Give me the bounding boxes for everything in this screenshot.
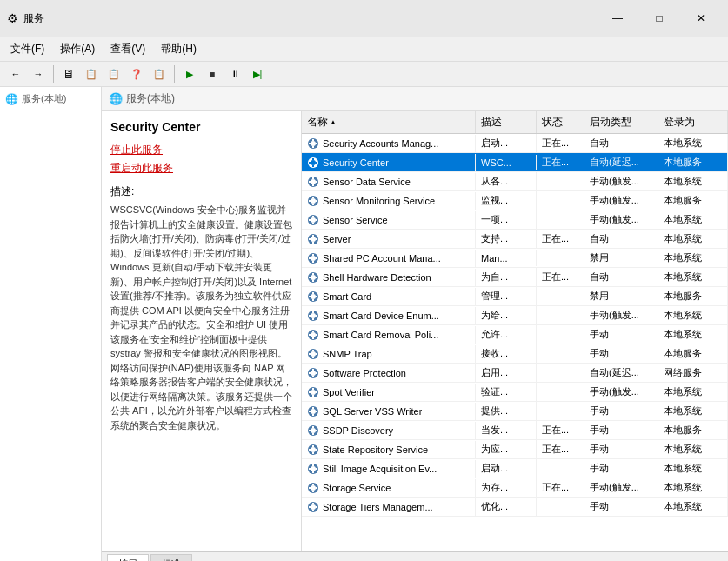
svg-rect-34 [309, 238, 311, 240]
table-row[interactable]: Storage Tiers Managem... 优化... 手动 本地系统 [302, 498, 728, 517]
service-startup-cell: 手动 [584, 402, 658, 420]
svg-point-49 [311, 294, 316, 299]
service-icon [307, 329, 319, 341]
service-status-cell: 正在... [537, 478, 584, 497]
col-header-login[interactable]: 登录为 [658, 111, 728, 133]
svg-point-79 [311, 390, 316, 395]
service-login-cell: 本地系统 [658, 402, 728, 420]
table-row[interactable]: Storage Service 为存... 正在... 手动(触发... 本地系… [302, 478, 728, 498]
table-row[interactable]: Still Image Acquisition Ev... 启动... 手动 本… [302, 459, 728, 478]
sort-arrow-icon: ▲ [330, 118, 337, 126]
table-row[interactable]: Server 支持... 正在... 自动 本地系统 [302, 230, 728, 249]
service-icon [307, 424, 319, 437]
stop-button[interactable]: ■ [202, 64, 223, 83]
table-row[interactable]: Sensor Data Service 从各... 手动(触发... 本地系统 [302, 172, 728, 191]
table-row[interactable]: State Repository Service 为应... 正在... 手动 … [302, 440, 728, 459]
minimize-button[interactable]: — [598, 5, 638, 31]
toolbar-btn-help[interactable]: ❓ [126, 64, 147, 83]
menu-action[interactable]: 操作(A) [53, 39, 102, 59]
service-startup-cell: 自动 [584, 134, 658, 152]
stop-service-link[interactable]: 停止此服务 [110, 143, 292, 157]
toolbar-btn-3[interactable]: 📋 [104, 64, 124, 83]
service-status-cell: 正在... [537, 440, 584, 458]
col-header-status[interactable]: 状态 [537, 111, 584, 133]
table-row[interactable]: Smart Card Device Enum... 为给... 手动(触发...… [302, 306, 728, 325]
service-name-cell: Still Image Acquisition Ev... [302, 460, 476, 478]
table-row[interactable]: SNMP Trap 接收... 手动 本地服务 [302, 344, 728, 364]
svg-rect-86 [312, 407, 314, 409]
service-icon [307, 176, 319, 188]
svg-point-85 [311, 409, 316, 414]
table-row[interactable]: SQL Server VSS Writer 提供... 手动 本地系统 [302, 402, 728, 421]
service-startup-cell: 自动(延迟... [584, 153, 658, 171]
content-header: 🌐 服务(本地) [102, 87, 728, 111]
svg-rect-117 [312, 510, 314, 511]
toolbar-btn-1[interactable]: 🖥 [58, 64, 79, 83]
svg-rect-11 [316, 162, 317, 164]
maximize-button[interactable]: □ [639, 5, 679, 31]
svg-rect-70 [309, 353, 311, 355]
tab-extended[interactable]: 扩展 [107, 554, 149, 561]
back-button[interactable]: ← [5, 64, 26, 83]
svg-rect-39 [312, 261, 314, 263]
table-row[interactable]: Smart Card Removal Poli... 允许... 手动 本地系统 [302, 325, 728, 344]
toolbar-btn-4[interactable]: 📋 [149, 64, 170, 83]
service-startup-cell: 手动(触发... [584, 210, 658, 229]
table-row[interactable]: Smart Card 管理... 禁用 本地服务 [302, 287, 728, 306]
pause-button[interactable]: ⏸ [224, 64, 245, 83]
service-name-cell: Spot Verifier [302, 384, 476, 401]
service-startup-cell: 自动 [584, 230, 658, 248]
svg-rect-8 [312, 158, 314, 160]
content-header-icon: 🌐 [109, 92, 123, 105]
table-row[interactable]: Sensor Monitoring Service 监视... 手动(触发...… [302, 191, 728, 210]
menu-help[interactable]: 帮助(H) [154, 39, 204, 59]
svg-rect-47 [316, 277, 317, 278]
service-name-cell: Smart Card Removal Poli... [302, 326, 476, 344]
tab-standard[interactable]: 标准 [150, 554, 192, 561]
service-icon [307, 214, 319, 226]
service-desc-cell: 一项... [476, 210, 537, 229]
svg-rect-2 [312, 139, 314, 141]
start-button[interactable]: ▶ [179, 64, 200, 83]
forward-button[interactable]: → [28, 64, 49, 83]
svg-rect-98 [312, 445, 314, 447]
service-login-cell: 本地系统 [658, 134, 728, 152]
table-row[interactable]: Software Protection 启用... 自动(延迟... 网络服务 [302, 364, 728, 383]
svg-rect-82 [309, 391, 311, 393]
service-login-cell: 本地系统 [658, 249, 728, 267]
close-button[interactable]: ✕ [681, 5, 721, 31]
restart-service-link[interactable]: 重启动此服务 [110, 161, 292, 176]
service-desc-cell: 启用... [476, 364, 537, 382]
service-login-cell: 本地系统 [658, 383, 728, 401]
svg-rect-3 [312, 146, 314, 148]
service-login-cell: 本地系统 [658, 306, 728, 324]
col-header-startup[interactable]: 启动类型 [584, 111, 658, 133]
service-login-cell: 本地系统 [658, 210, 728, 229]
restart-button[interactable]: ▶| [247, 64, 268, 83]
service-list-panel[interactable]: 名称 ▲ 描述 状态 启动类型 登录为 [302, 111, 728, 551]
table-row[interactable]: SSDP Discovery 当发... 正在... 手动 本地服务 [302, 421, 728, 440]
sidebar-title[interactable]: 服务(本地) [22, 92, 66, 105]
svg-point-103 [311, 466, 316, 471]
service-status-cell [537, 313, 584, 318]
toolbar-btn-2[interactable]: 📋 [81, 64, 102, 83]
service-login-cell: 本地系统 [658, 478, 728, 497]
menu-file[interactable]: 文件(F) [3, 39, 51, 59]
svg-rect-51 [312, 299, 314, 301]
table-row[interactable]: Spot Verifier 验证... 手动(触发... 本地系统 [302, 383, 728, 402]
table-row[interactable]: Shell Hardware Detection 为自... 正在... 自动 … [302, 268, 728, 287]
col-header-name[interactable]: 名称 ▲ [302, 111, 476, 133]
service-name-cell: Security Accounts Manag... [302, 135, 476, 152]
table-row[interactable]: Shared PC Account Mana... Man... 禁用 本地系统 [302, 249, 728, 268]
svg-rect-63 [312, 337, 314, 339]
service-desc-cell: 启动... [476, 459, 537, 478]
svg-rect-105 [312, 471, 314, 473]
service-icon [307, 271, 319, 284]
table-row[interactable]: Sensor Service 一项... 手动(触发... 本地系统 [302, 210, 728, 230]
table-row[interactable]: Security Center WSC... 正在... 自动(延迟... 本地… [302, 153, 728, 172]
menu-view[interactable]: 查看(V) [104, 39, 152, 59]
service-desc-cell: 支持... [476, 230, 537, 248]
service-startup-cell: 自动 [584, 268, 658, 286]
table-row[interactable]: Security Accounts Manag... 启动... 正在... 自… [302, 134, 728, 153]
col-header-desc[interactable]: 描述 [476, 111, 537, 133]
